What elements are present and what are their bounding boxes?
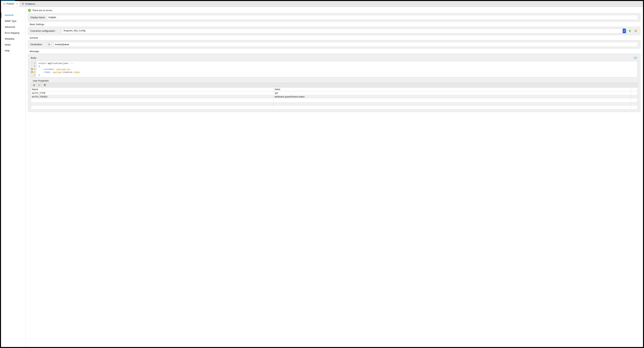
check-icon xyxy=(28,9,31,12)
tab-problems-label: Problems xyxy=(25,3,35,5)
gutter-line: 1− xyxy=(31,62,35,65)
table-header-row: Name Value xyxy=(31,88,638,91)
svg-rect-3 xyxy=(22,4,24,5)
sidebar-item-error-mapping[interactable]: Error Mapping xyxy=(1,30,26,36)
svg-point-4 xyxy=(28,9,31,12)
sidebar-item-help[interactable]: Help xyxy=(1,48,26,53)
fx-button[interactable]: fx xyxy=(47,42,52,47)
close-icon[interactable]: ✕ xyxy=(16,3,18,5)
table-row[interactable] xyxy=(31,98,638,102)
code-line[interactable]: customer: payload.id, xyxy=(38,68,636,71)
cell-value[interactable]: attributes.queryParams.token xyxy=(274,95,631,98)
cell-name[interactable] xyxy=(31,98,274,102)
display-name-input[interactable] xyxy=(47,15,638,20)
cell-extra xyxy=(631,91,638,95)
message-panel: Body: 1−2−3−45 output application/json -… xyxy=(28,54,640,112)
general-section-panel: Destination: fx xyxy=(28,40,640,49)
destination-label: Destination: xyxy=(30,43,45,46)
tab-bar: Publish ✕ Problems xyxy=(1,1,643,7)
basic-settings-title: Basic Settings xyxy=(30,23,640,26)
tab-publish-label: Publish xyxy=(6,2,14,5)
code-body[interactable]: output application/json ---{ customer: p… xyxy=(36,61,638,77)
sidebar-item-label: Help xyxy=(5,49,10,52)
cell-extra xyxy=(631,95,638,98)
table-row[interactable] xyxy=(31,106,638,110)
body-code-editor[interactable]: 1−2−3−45 output application/json ---{ cu… xyxy=(31,61,638,78)
cell-value[interactable] xyxy=(274,106,631,110)
cell-name[interactable] xyxy=(31,102,274,106)
message-section-title: Message xyxy=(30,50,640,53)
cell-name[interactable]: AUTH_TYPE xyxy=(31,91,274,95)
sidebar-item-general[interactable]: General xyxy=(1,12,26,18)
tab-publish[interactable]: Publish ✕ xyxy=(1,1,20,7)
code-line[interactable]: } xyxy=(38,74,636,77)
edit-config-button[interactable] xyxy=(634,29,638,33)
sidebar-item-advanced[interactable]: Advanced xyxy=(1,24,26,30)
svg-rect-0 xyxy=(3,4,6,5)
user-properties-toolbar xyxy=(31,83,638,87)
svg-point-2 xyxy=(23,3,24,4)
cell-extra xyxy=(631,98,638,102)
cell-extra xyxy=(631,102,638,106)
body-label: Body: xyxy=(31,56,37,59)
sidebar: General MIME Type Advanced Error Mapping… xyxy=(1,7,26,347)
problems-icon xyxy=(22,3,24,5)
table-row[interactable]: AUTH_TYPE'jwt' xyxy=(31,91,638,95)
sidebar-item-mime-type[interactable]: MIME Type xyxy=(1,18,26,24)
connector-config-label: Connector configuration: xyxy=(30,30,60,32)
svg-point-1 xyxy=(22,3,23,4)
user-properties-title: User Properties xyxy=(33,80,638,82)
sidebar-item-label: Metadata xyxy=(5,38,14,40)
code-gutter: 1−2−3−45 xyxy=(31,61,36,77)
cell-value[interactable] xyxy=(274,102,631,106)
map-icon[interactable] xyxy=(633,56,638,60)
gutter-line: 5 xyxy=(31,74,35,77)
tools-button[interactable] xyxy=(42,83,47,87)
delete-property-button[interactable] xyxy=(37,83,42,87)
warning-icon xyxy=(31,71,33,73)
gutter-line: 2− xyxy=(31,65,35,68)
cell-name[interactable] xyxy=(31,106,274,110)
status-row: There are no errors. xyxy=(28,8,640,13)
sidebar-item-label: General xyxy=(5,14,13,16)
main-panel: There are no errors. Display Name: Basic… xyxy=(26,7,643,347)
gutter-line: 3− xyxy=(31,68,35,71)
code-line[interactable]: items: payload.invoice.items xyxy=(38,71,636,74)
fold-icon[interactable]: − xyxy=(35,65,37,67)
add-property-button[interactable] xyxy=(32,83,36,87)
publish-icon xyxy=(3,2,6,5)
cell-extra xyxy=(631,106,638,110)
sidebar-item-label: Notes xyxy=(5,44,11,46)
code-line[interactable]: { xyxy=(38,65,636,68)
column-extra xyxy=(631,88,638,91)
add-config-button[interactable] xyxy=(628,29,632,33)
connector-config-value: Anypoint_MQ_Config xyxy=(64,29,85,32)
fold-icon[interactable]: − xyxy=(35,68,37,70)
cell-value[interactable]: 'jwt' xyxy=(274,91,631,95)
sidebar-item-notes[interactable]: Notes xyxy=(1,42,26,47)
warning-icon xyxy=(31,68,33,70)
status-text: There are no errors. xyxy=(32,9,53,12)
table-row[interactable] xyxy=(31,102,638,106)
sidebar-item-label: Error Mapping xyxy=(5,32,20,34)
sidebar-item-metadata[interactable]: Metadata xyxy=(1,36,26,42)
column-name[interactable]: Name xyxy=(31,88,274,91)
column-value[interactable]: Value xyxy=(274,88,631,91)
display-name-panel: Display Name: xyxy=(28,13,640,22)
sidebar-item-label: MIME Type xyxy=(5,20,16,22)
sidebar-item-label: Advanced xyxy=(5,26,15,28)
cell-name[interactable]: AUTH_TOKEN xyxy=(31,95,274,98)
table-row[interactable]: AUTH_TOKENattributes.queryParams.token xyxy=(31,95,638,98)
svg-rect-17 xyxy=(33,85,35,85)
user-properties-table: Name Value AUTH_TYPE'jwt'AUTH_TOKENattri… xyxy=(31,87,638,110)
basic-settings-panel: Connector configuration: Anypoint_MQ_Con… xyxy=(28,27,640,35)
fold-icon[interactable]: − xyxy=(35,62,37,64)
general-section-title: General xyxy=(30,36,640,39)
display-name-label: Display Name: xyxy=(30,16,46,19)
gutter-line: 4 xyxy=(31,71,35,74)
destination-input[interactable] xyxy=(54,42,638,47)
connector-config-select[interactable]: Anypoint_MQ_Config xyxy=(62,28,626,34)
tab-problems[interactable]: Problems xyxy=(20,1,37,7)
code-line[interactable]: output application/json --- xyxy=(38,62,636,65)
cell-value[interactable] xyxy=(274,98,631,102)
